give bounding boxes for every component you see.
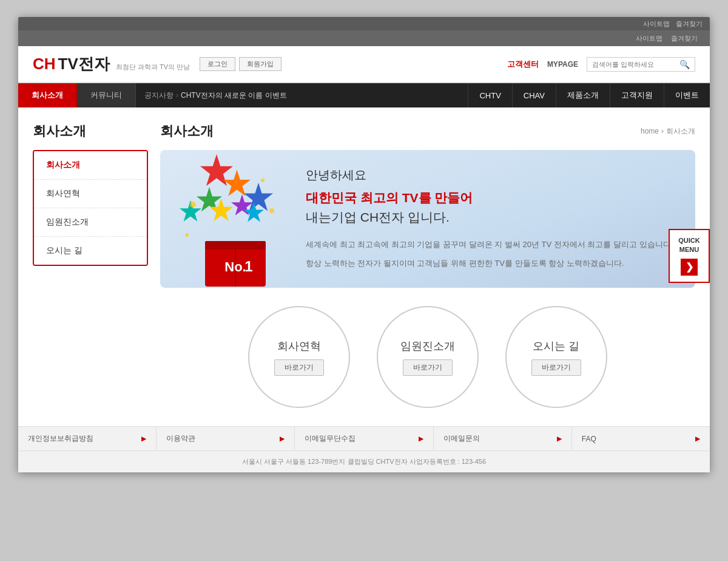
sidebar-item-history[interactable]: 회사연혁 xyxy=(34,180,147,208)
sub-nav-section[interactable]: 공지사항 xyxy=(144,90,174,101)
svg-text:1: 1 xyxy=(244,258,252,274)
sub-nav: 공지사항 › CHTV전자의 새로운 이름 이벤트 xyxy=(136,83,468,107)
card-history-btn[interactable]: 바로가기 xyxy=(274,359,324,376)
card-executives-title: 임원진소개 xyxy=(400,339,455,353)
hero-banner: No. 1 안녕하세요 대한민국 최고의 TV를 xyxy=(160,150,695,288)
hero-headline: 대한민국 최고의 TV를 만들어 내는기업 CH전자 입니다. xyxy=(306,188,677,226)
footer-link-faq[interactable]: FAQ ▶ xyxy=(572,427,710,450)
main-content: 회사소개 home › 회사소개 xyxy=(160,122,695,408)
header-topbar: 사이트맵 즐겨찾기 xyxy=(18,30,710,46)
customer-center-link[interactable]: 고객센터 xyxy=(507,59,539,70)
sitemap-link[interactable]: 사이트맵 xyxy=(643,19,670,29)
breadcrumb-home[interactable]: home xyxy=(641,127,659,135)
nav-tab-company[interactable]: 회사소개 xyxy=(18,83,77,107)
card-directions: 오시는 길 바로가기 xyxy=(505,306,607,408)
page-title: 회사소개 xyxy=(160,122,214,140)
footer-arrow-1: ▶ xyxy=(141,435,146,442)
sidebar: 회사소개 회사소개 회사연혁 임원진소개 오시는 길 xyxy=(33,122,148,408)
hero-graphic: No. 1 xyxy=(169,150,302,288)
svg-point-16 xyxy=(185,233,189,237)
main-nav-products[interactable]: 제품소개 xyxy=(556,83,610,107)
svg-point-15 xyxy=(261,178,265,182)
footer-arrow-5: ▶ xyxy=(695,435,700,442)
card-directions-title: 오시는 길 xyxy=(533,339,579,353)
sidebar-item-executives[interactable]: 임원진소개 xyxy=(34,208,147,237)
quick-menu-label: QUICKMENU xyxy=(673,236,705,255)
navbar: 회사소개 커뮤니티 공지사항 › CHTV전자의 새로운 이름 이벤트 CHTV… xyxy=(18,83,710,107)
login-button[interactable]: 로그인 xyxy=(200,57,235,71)
card-history-circle[interactable]: 회사연혁 바로가기 xyxy=(248,306,350,408)
svg-text:No.: No. xyxy=(224,259,246,274)
page-title-row: 회사소개 home › 회사소개 xyxy=(160,122,695,140)
title-bar: 사이트맵 즐겨찾기 xyxy=(18,17,710,30)
main-nav: CHTV CHAV 제품소개 고객지원 이벤트 xyxy=(468,83,710,107)
footer-link-privacy[interactable]: 개인정보보취급방침 ▶ xyxy=(18,427,157,450)
card-executives-btn[interactable]: 바로가기 xyxy=(403,359,453,376)
hero-greeting: 안녕하세요 xyxy=(306,167,677,183)
hero-desc1: 세계속에 최고 최고속에 최고의 기업을 꿈꾸며 달려온 지 벌써 20년 TV… xyxy=(306,237,677,253)
favorites-link[interactable]: 즐겨찾기 xyxy=(676,19,703,29)
mypage-link[interactable]: MYPAGE xyxy=(547,60,578,69)
svg-point-14 xyxy=(269,208,274,213)
footer-link-terms[interactable]: 이용약관 ▶ xyxy=(157,427,295,450)
card-history-title: 회사연혁 xyxy=(277,339,321,353)
hero-headline-highlight: 대한민국 최고의 TV를 만들어 xyxy=(306,191,473,205)
card-directions-circle[interactable]: 오시는 길 바로가기 xyxy=(505,306,607,408)
sidebar-menu: 회사소개 회사연혁 임원진소개 오시는 길 xyxy=(33,150,148,266)
sitemap-top-link[interactable]: 사이트맵 xyxy=(636,34,662,43)
footer: 개인정보보취급방침 ▶ 이용약관 ▶ 이메일무단수집 ▶ 이메일문의 ▶ FAQ xyxy=(18,426,710,472)
sub-nav-current: CHTV전자의 새로운 이름 이벤트 xyxy=(181,90,287,101)
logo-ch: CH xyxy=(33,55,56,73)
header-main: CHTV전자 최첨단 과학과 TV의 만남 로그인 회원가입 고객센터 MYPA… xyxy=(18,46,710,83)
search-button[interactable]: 🔍 xyxy=(679,59,690,69)
main-nav-events[interactable]: 이벤트 xyxy=(664,83,710,107)
quick-menu-arrow-icon: ❯ xyxy=(681,259,698,276)
card-executives: 임원진소개 바로가기 xyxy=(377,306,479,408)
breadcrumb-sep: › xyxy=(661,127,664,135)
svg-point-13 xyxy=(190,202,196,208)
sub-nav-arrow: › xyxy=(176,91,178,100)
footer-links: 개인정보보취급방침 ▶ 이용약관 ▶ 이메일무단수집 ▶ 이메일문의 ▶ FAQ xyxy=(18,427,710,451)
signup-button[interactable]: 회원가입 xyxy=(239,57,281,71)
main-nav-chtv[interactable]: CHTV xyxy=(468,83,511,107)
hero-desc2: 항상 노력하는 전자가 될지이며 고객님들 위해 편한한 TV를 만들도록 항상… xyxy=(306,256,677,271)
footer-link-email-inquiry[interactable]: 이메일문의 ▶ xyxy=(434,427,572,450)
search-box[interactable]: 🔍 xyxy=(587,57,695,72)
svg-marker-4 xyxy=(223,170,251,197)
search-input[interactable] xyxy=(592,61,677,68)
header-right: 고객센터 MYPAGE 🔍 xyxy=(507,57,695,72)
hero-svg: No. 1 xyxy=(169,150,302,288)
breadcrumb: home › 회사소개 xyxy=(641,126,695,137)
sidebar-item-company[interactable]: 회사소개 xyxy=(34,151,147,180)
card-directions-btn[interactable]: 바로가기 xyxy=(531,359,581,376)
sidebar-item-directions[interactable]: 오시는 길 xyxy=(34,237,147,265)
logo-tagline: 최첨단 과학과 TV의 만남 xyxy=(116,63,190,72)
hero-text: 안녕하세요 대한민국 최고의 TV를 만들어 내는기업 CH전자 입니다. 세계… xyxy=(306,167,677,271)
hero-headline-part2: 내는기업 CH전자 입니다. xyxy=(306,210,450,224)
footer-link-email-collection[interactable]: 이메일무단수집 ▶ xyxy=(295,427,433,450)
content-wrapper: 회사소개 회사소개 회사연혁 임원진소개 오시는 길 회사소개 home › 회… xyxy=(18,107,710,426)
breadcrumb-current: 회사소개 xyxy=(666,126,695,137)
auth-buttons: 로그인 회원가입 xyxy=(200,57,281,71)
logo[interactable]: CHTV전자 최첨단 과학과 TV의 만남 xyxy=(33,53,190,75)
svg-marker-5 xyxy=(244,183,273,211)
footer-arrow-2: ▶ xyxy=(280,435,285,442)
cards-row: 회사연혁 바로가기 임원진소개 바로가기 오시는 길 xyxy=(160,306,695,408)
card-history: 회사연혁 바로가기 xyxy=(248,306,350,408)
favorites-top-link[interactable]: 즐겨찾기 xyxy=(671,34,698,43)
nav-tab-community[interactable]: 커뮤니티 xyxy=(77,83,136,107)
quick-menu[interactable]: QUICKMENU ❯ xyxy=(669,229,710,283)
main-nav-support[interactable]: 고객지원 xyxy=(610,83,664,107)
footer-arrow-4: ▶ xyxy=(557,435,562,442)
card-executives-circle[interactable]: 임원진소개 바로가기 xyxy=(377,306,479,408)
main-nav-chav[interactable]: CHAV xyxy=(512,83,556,107)
footer-arrow-3: ▶ xyxy=(419,435,423,442)
logo-tv: TV전자 xyxy=(58,53,110,75)
footer-address: 서울시 서울구 서들동 123-789번지 클럽빌딩 CHTV전자 사업자등록번… xyxy=(18,451,710,472)
sidebar-title: 회사소개 xyxy=(33,122,148,140)
